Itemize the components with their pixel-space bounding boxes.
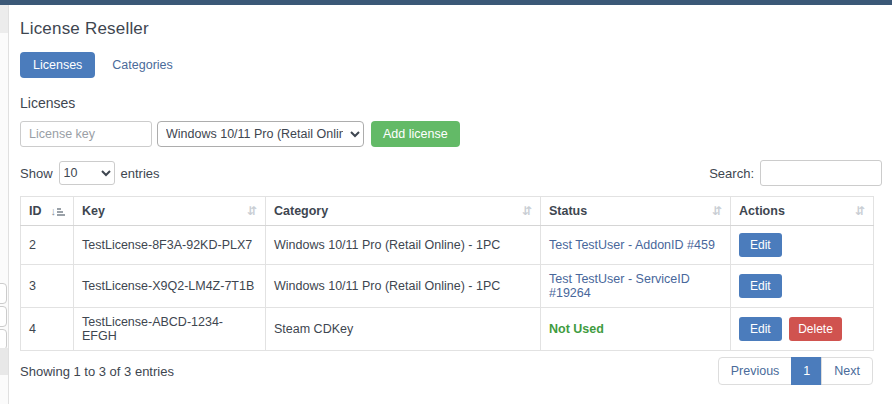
left-panel-cutoff-box	[0, 329, 7, 350]
sort-icon: ⇵	[855, 205, 865, 217]
left-panel-cutoff-box	[0, 306, 7, 327]
page-title: License Reseller	[20, 19, 882, 39]
cell-key: TestLicense-8F3A-92KD-PLX7	[74, 226, 266, 265]
pagination-page-1[interactable]: 1	[791, 357, 822, 385]
cell-actions: Edit	[731, 265, 874, 308]
table-row: 4 TestLicense-ABCD-1234-EFGH Steam CDKey…	[21, 308, 874, 351]
pagination: Previous 1 Next	[718, 355, 873, 385]
column-header-id[interactable]: ID ↓	[21, 197, 74, 226]
page-length-control: Show 10 entries	[20, 161, 160, 185]
show-label: Show	[20, 166, 53, 181]
add-license-button[interactable]: Add license	[371, 121, 460, 147]
page-length-select[interactable]: 10	[59, 161, 115, 185]
edit-button[interactable]: Edit	[739, 274, 782, 298]
cell-key: TestLicense-ABCD-1234-EFGH	[74, 308, 266, 351]
cell-status: Test TestUser - ServiceID #19264	[541, 265, 731, 308]
column-header-status[interactable]: Status ⇵	[541, 197, 731, 226]
section-heading: Licenses	[20, 95, 882, 111]
cell-category: Steam CDKey	[266, 308, 541, 351]
status-not-used: Not Used	[549, 322, 604, 336]
edit-button[interactable]: Edit	[739, 317, 782, 341]
sort-icon: ⇵	[522, 205, 532, 217]
table-row: 2 TestLicense-8F3A-92KD-PLX7 Windows 10/…	[21, 226, 874, 265]
edit-button[interactable]: Edit	[739, 233, 782, 257]
status-link[interactable]: Test TestUser - ServiceID #19264	[549, 272, 690, 300]
tab-licenses[interactable]: Licenses	[20, 52, 95, 78]
entries-label: entries	[121, 166, 160, 181]
left-panel-edge	[0, 5, 9, 404]
search-input[interactable]	[760, 160, 882, 186]
table-info: Showing 1 to 3 of 3 entries	[20, 355, 174, 379]
table-header-row: ID ↓ Key ⇵ Category ⇵	[21, 197, 874, 226]
category-select[interactable]: Windows 10/11 Pro (Retail Online) - 1PC	[157, 121, 364, 147]
license-key-input[interactable]	[20, 121, 152, 147]
cell-category: Windows 10/11 Pro (Retail Online) - 1PC	[266, 265, 541, 308]
column-header-actions[interactable]: Actions ⇵	[731, 197, 874, 226]
delete-button[interactable]: Delete	[789, 317, 842, 341]
cell-key: TestLicense-X9Q2-LM4Z-7T1B	[74, 265, 266, 308]
cell-id: 4	[21, 308, 74, 351]
column-header-category[interactable]: Category ⇵	[266, 197, 541, 226]
cell-status: Test TestUser - AddonID #459	[541, 226, 731, 265]
table-row: 3 TestLicense-X9Q2-LM4Z-7T1B Windows 10/…	[21, 265, 874, 308]
left-panel-gray-top	[0, 5, 8, 33]
pagination-next[interactable]: Next	[821, 357, 873, 385]
status-link[interactable]: Test TestUser - AddonID #459	[549, 238, 715, 252]
tab-bar: Licenses Categories	[20, 52, 882, 78]
sort-icon: ⇵	[247, 205, 257, 217]
cell-id: 2	[21, 226, 74, 265]
left-panel-gray-block	[0, 348, 8, 375]
sort-icon: ⇵	[712, 205, 722, 217]
search-control: Search:	[709, 160, 882, 186]
left-panel-cutoff-box	[0, 283, 7, 304]
cell-actions: Edit Delete	[731, 308, 874, 351]
sort-ascending-icon: ↓	[51, 206, 66, 217]
licenses-table: ID ↓ Key ⇵ Category ⇵	[20, 196, 874, 351]
search-label: Search:	[709, 166, 754, 181]
column-header-key[interactable]: Key ⇵	[74, 197, 266, 226]
pagination-previous[interactable]: Previous	[718, 357, 793, 385]
tab-categories[interactable]: Categories	[112, 58, 172, 72]
cell-status: Not Used	[541, 308, 731, 351]
table-footer: Showing 1 to 3 of 3 entries Previous 1 N…	[20, 355, 873, 385]
cell-category: Windows 10/11 Pro (Retail Online) - 1PC	[266, 226, 541, 265]
cell-id: 3	[21, 265, 74, 308]
table-controls: Show 10 entries Search:	[20, 160, 882, 186]
main-content: License Reseller Licenses Categories Lic…	[9, 5, 892, 404]
add-license-form: Windows 10/11 Pro (Retail Online) - 1PC …	[20, 121, 882, 147]
cell-actions: Edit	[731, 226, 874, 265]
